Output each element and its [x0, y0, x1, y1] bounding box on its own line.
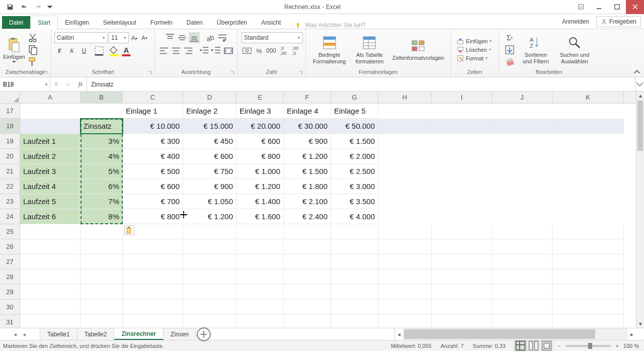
cell-G30[interactable] — [331, 300, 378, 315]
spreadsheet-grid[interactable]: ABCDEFGHIJK 1718192021222324252627282930… — [0, 92, 644, 328]
column-header-B[interactable]: B — [80, 92, 123, 103]
fill-icon[interactable] — [503, 44, 516, 55]
ribbon-options-icon[interactable] — [572, 0, 590, 14]
cell-E30[interactable] — [236, 300, 284, 315]
row-header-30[interactable]: 30 — [0, 300, 20, 315]
cell-E20[interactable]: € 800 — [236, 149, 284, 164]
decrease-font-icon[interactable]: A▾ — [140, 32, 149, 43]
cell-F28[interactable] — [284, 269, 331, 285]
tab-insert[interactable]: Einfügen — [58, 16, 96, 29]
alignment-launcher-icon[interactable] — [230, 70, 236, 76]
tab-view[interactable]: Ansicht — [254, 16, 288, 29]
cell-E28[interactable] — [236, 269, 284, 285]
cell-E19[interactable]: € 600 — [236, 134, 284, 149]
paste-button[interactable]: Einfügen — [2, 36, 26, 64]
horizontal-scrollbar[interactable]: ◂ ▸ — [394, 328, 636, 340]
row-headers[interactable]: 171819202122232425262728293031 — [0, 104, 20, 328]
copy-icon[interactable] — [27, 44, 38, 55]
wrap-text-icon[interactable] — [217, 32, 228, 43]
page-layout-view-icon[interactable] — [527, 340, 540, 351]
cell-C30[interactable] — [123, 300, 183, 315]
cell-C31[interactable] — [123, 315, 183, 328]
cell-J26[interactable] — [492, 239, 552, 254]
cell-F31[interactable] — [284, 315, 331, 328]
cell-B25[interactable] — [80, 224, 123, 239]
cell-C27[interactable] — [123, 254, 183, 269]
cell-D27[interactable] — [183, 254, 236, 269]
maximize-icon[interactable] — [608, 0, 626, 14]
cell-B31[interactable] — [80, 315, 123, 328]
cell-B30[interactable] — [80, 300, 123, 315]
cell-F24[interactable]: € 2.400 — [284, 209, 331, 224]
cell-K18[interactable] — [552, 119, 624, 134]
column-header-E[interactable]: E — [236, 92, 284, 103]
row-header-17[interactable]: 17 — [0, 104, 20, 119]
cell-I28[interactable] — [432, 269, 492, 285]
cell-D25[interactable] — [183, 224, 236, 239]
add-sheet-icon[interactable] — [196, 328, 211, 340]
cell-C22[interactable]: € 600 — [123, 179, 183, 194]
normal-view-icon[interactable] — [514, 340, 527, 351]
format-cells-button[interactable]: Format ▾ — [455, 54, 494, 62]
cut-icon[interactable] — [27, 32, 38, 43]
align-bottom-icon[interactable] — [189, 32, 200, 43]
cell-E21[interactable]: € 1.000 — [236, 164, 284, 179]
close-icon[interactable] — [626, 0, 644, 14]
cell-I27[interactable] — [432, 254, 492, 269]
cell-C21[interactable]: € 500 — [123, 164, 183, 179]
cell-E17[interactable]: Einlage 3 — [236, 104, 284, 119]
cell-G24[interactable]: € 4.000 — [331, 209, 378, 224]
row-header-23[interactable]: 23 — [0, 194, 20, 209]
cell-C28[interactable] — [123, 269, 183, 285]
cell-I25[interactable] — [432, 224, 492, 239]
cell-D29[interactable] — [183, 285, 236, 300]
cell-A22[interactable]: Laufzeit 4 — [20, 179, 80, 194]
cell-E26[interactable] — [236, 239, 284, 254]
align-left-icon[interactable] — [158, 45, 170, 56]
find-select-button[interactable]: Suchen und Auswählen — [555, 34, 594, 65]
align-middle-icon[interactable] — [177, 32, 188, 43]
cell-I29[interactable] — [432, 285, 492, 300]
number-launcher-icon[interactable] — [298, 70, 304, 76]
cell-F23[interactable]: € 2.100 — [284, 194, 331, 209]
sort-filter-button[interactable]: AZ Sortieren und Filtern — [518, 34, 553, 65]
cell-F18[interactable]: € 30.000 — [284, 119, 331, 134]
cell-F21[interactable]: € 1.500 — [284, 164, 331, 179]
cell-D26[interactable] — [183, 239, 236, 254]
fill-color-icon[interactable] — [109, 45, 120, 56]
indent-decrease-icon[interactable] — [199, 45, 210, 56]
row-header-22[interactable]: 22 — [0, 179, 20, 194]
column-header-G[interactable]: G — [331, 92, 378, 103]
redo-icon[interactable] — [32, 2, 44, 13]
cell-F29[interactable] — [284, 285, 331, 300]
row-header-18[interactable]: 18 — [0, 119, 20, 134]
name-box[interactable]: B18▾ — [0, 77, 50, 91]
enter-formula-icon[interactable]: ✓ — [62, 77, 74, 91]
cell-H26[interactable] — [378, 239, 432, 254]
format-as-table-button[interactable]: Als Tabelle formatieren — [353, 34, 386, 65]
cell-C23[interactable]: € 700 — [123, 194, 183, 209]
tab-formulas[interactable]: Formeln — [143, 16, 180, 29]
column-header-J[interactable]: J — [492, 92, 552, 103]
percent-icon[interactable]: % — [254, 45, 265, 56]
cell-F30[interactable] — [284, 300, 331, 315]
indent-increase-icon[interactable] — [211, 45, 222, 56]
cell-K30[interactable] — [552, 300, 624, 315]
vertical-scroll-thumb[interactable] — [637, 101, 643, 151]
cell-B27[interactable] — [80, 254, 123, 269]
cell-B28[interactable] — [80, 269, 123, 285]
undo-icon[interactable] — [18, 2, 30, 13]
cell-G21[interactable]: € 2.500 — [331, 164, 378, 179]
cell-H28[interactable] — [378, 269, 432, 285]
tell-me-search[interactable]: Was möchten Sie tun? — [295, 22, 365, 29]
cell-C29[interactable] — [123, 285, 183, 300]
cell-B23[interactable]: 7% — [80, 194, 123, 209]
cell-C20[interactable]: € 400 — [123, 149, 183, 164]
cell-G29[interactable] — [331, 285, 378, 300]
cell-A19[interactable]: Laufzeit 1 — [20, 134, 80, 149]
cell-C18[interactable]: € 10.000 — [123, 119, 183, 134]
expand-formula-bar-icon[interactable] — [635, 77, 644, 91]
sheet-nav[interactable]: ◂▸ — [0, 328, 40, 340]
cell-B19[interactable]: 3% — [80, 134, 123, 149]
row-header-26[interactable]: 26 — [0, 239, 20, 254]
